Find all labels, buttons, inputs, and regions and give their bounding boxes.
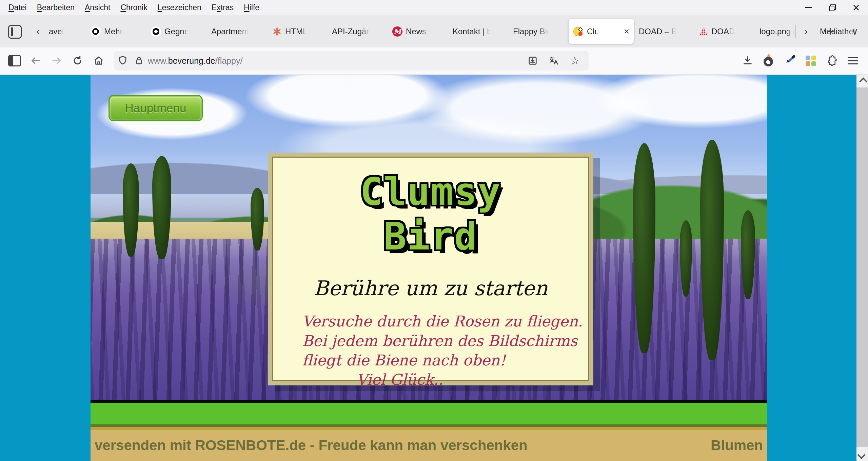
scroll-tabs-left-button[interactable]: ‹: [31, 23, 45, 39]
firefox-view-icon[interactable]: [8, 25, 22, 39]
tab-apartment[interactable]: Apartment: [206, 19, 267, 44]
toolbar-right: [737, 50, 868, 71]
menu-datei[interactable]: Datei: [3, 3, 32, 12]
home-icon: [93, 55, 104, 66]
app-menu-button[interactable]: [842, 50, 863, 71]
extensions-button[interactable]: [821, 50, 842, 71]
menu-hilfe[interactable]: Hilfe: [239, 3, 264, 12]
m-badge-favicon-icon: M: [392, 26, 402, 37]
back-arrow-icon: [30, 55, 41, 66]
list-all-tabs-button[interactable]: ∨: [846, 23, 863, 39]
reload-icon: [72, 55, 83, 66]
window-controls: ×: [797, 0, 868, 15]
tab-strip: avelMehrGegneApartmentHTMLAPI-ZugänMNews…: [44, 19, 868, 44]
close-button[interactable]: ×: [844, 0, 868, 15]
tab-doad[interactable]: DOAD: [694, 19, 755, 44]
tab-close-button[interactable]: ×: [622, 26, 629, 37]
footer-banner: versenden mit ROSENBOTE.de - Freude kann…: [91, 430, 767, 461]
sidebar-toggle-button[interactable]: [4, 50, 25, 71]
bookmark-star-button[interactable]: ☆: [564, 50, 585, 71]
menu-extras[interactable]: Extras: [206, 3, 239, 12]
tab-kontakt-b[interactable]: Kontakt | b: [448, 19, 508, 44]
minimize-icon: [805, 7, 812, 8]
home-button[interactable]: [88, 50, 109, 71]
instruction-line-2: Bei jedem berühren des Bildschirms: [302, 331, 588, 350]
menu-chronik[interactable]: Chronik: [115, 3, 152, 12]
download-icon: [742, 55, 753, 66]
url-bar[interactable]: www.beverung.de/flappy/ ☆: [114, 51, 589, 71]
scroll-tabs-right-button[interactable]: ›: [797, 23, 814, 39]
game-stage[interactable]: Hauptmenu Clumsy Bird Berühre um zu star…: [91, 75, 767, 461]
extension-colorzilla-button[interactable]: [779, 50, 800, 71]
tab-doad-b[interactable]: DOAD – B: [634, 19, 694, 44]
url-text: www.beverung.de/flappy/: [148, 56, 242, 66]
tab-label: avel: [49, 27, 64, 36]
tab-label: API-Zugän: [332, 27, 371, 36]
shield-icon[interactable]: [117, 55, 128, 66]
vertical-scrollbar[interactable]: [856, 75, 868, 461]
tab-label: Gegne: [164, 27, 189, 36]
ground-olive-strip: [91, 424, 767, 427]
scrollbar-up-button[interactable]: [856, 75, 868, 87]
hauptmenu-button[interactable]: Hauptmenu: [110, 96, 202, 120]
tab-gegne[interactable]: Gegne: [146, 19, 206, 44]
menu-ansicht[interactable]: Ansicht: [80, 3, 115, 12]
game-dialog: Clumsy Bird Berühre um zu starten Versuc…: [268, 153, 593, 385]
tab-label: DOAD: [711, 27, 735, 36]
tab-mehr[interactable]: Mehr: [86, 19, 146, 44]
restore-icon: [829, 4, 836, 11]
footer-right-text: Blumen: [711, 437, 763, 454]
menu-items: DateiBearbeitenAnsichtChronikLesezeichen…: [0, 3, 264, 12]
downloads-button[interactable]: [737, 50, 758, 71]
tab-bar: ‹ avelMehrGegneApartmentHTMLAPI-ZugänMNe…: [0, 15, 868, 47]
tree-favicon-icon: [699, 27, 708, 36]
footer-left-text: versenden mit ROSENBOTE.de - Freude kann…: [95, 437, 528, 454]
minimize-button[interactable]: [797, 0, 821, 15]
tab-label: Mehr: [104, 27, 123, 36]
tab-html[interactable]: HTML: [267, 19, 327, 44]
menu-bar: DateiBearbeitenAnsichtChronikLesezeichen…: [0, 0, 868, 15]
ghostery-icon: [763, 55, 774, 66]
scrollbar-thumb[interactable]: [856, 87, 868, 447]
save-page-icon: [527, 55, 538, 66]
reload-button[interactable]: [67, 50, 88, 71]
tab-api-zugän[interactable]: API-Zugän: [327, 19, 388, 44]
instruction-line-1: Versuche durch die Rosen zu fliegen.: [302, 312, 588, 331]
star-icon: ☆: [570, 55, 580, 66]
game-title-line1: Clumsy: [273, 169, 588, 214]
chevron-down-icon: [857, 451, 865, 459]
tab-clu[interactable]: Clu×: [569, 19, 634, 44]
extension-ghostery-button[interactable]: [758, 50, 779, 71]
new-tab-button[interactable]: +: [822, 23, 839, 39]
claude-favicon-icon: [272, 26, 282, 37]
tab-label: DOAD – B: [639, 27, 677, 36]
ground-black-strip: [91, 400, 767, 403]
instructions-text: Versuche durch die Rosen zu fliegen.Bei …: [273, 312, 588, 389]
navigation-toolbar: www.beverung.de/flappy/ ☆: [0, 47, 868, 75]
menu-bearbeiten[interactable]: Bearbeiten: [32, 3, 80, 12]
menu-lesezeichen[interactable]: Lesezeichen: [153, 3, 206, 12]
restore-button[interactable]: [821, 0, 844, 15]
save-page-button[interactable]: [522, 50, 543, 71]
extension-palette-button[interactable]: [800, 50, 821, 71]
lock-icon[interactable]: [134, 55, 144, 66]
tab-label: HTML: [285, 27, 307, 36]
tab-flappy-bir[interactable]: Flappy Bir: [508, 19, 569, 44]
tab-label: Flappy Bir: [513, 27, 550, 36]
forward-button[interactable]: [46, 50, 67, 71]
tab-label: Apartment: [211, 27, 249, 36]
tap-to-start-text: Berühre um zu starten: [273, 276, 588, 300]
tab-separator: [795, 25, 796, 38]
tab-newsl[interactable]: MNewsl: [388, 19, 448, 44]
translate-button[interactable]: [543, 50, 564, 71]
scrollbar-down-button[interactable]: [856, 449, 868, 461]
tab-avel[interactable]: avel: [44, 19, 86, 44]
forward-arrow-icon: [51, 55, 62, 66]
bird-favicon-icon: [573, 26, 584, 37]
palette-icon: [806, 56, 816, 66]
back-button[interactable]: [25, 50, 46, 71]
chatgpt-favicon-icon: [91, 26, 101, 37]
sidebar-icon: [8, 55, 21, 66]
instruction-line-3: fliegt die Biene nach oben!: [302, 350, 588, 370]
eyedropper-icon: [784, 55, 795, 66]
